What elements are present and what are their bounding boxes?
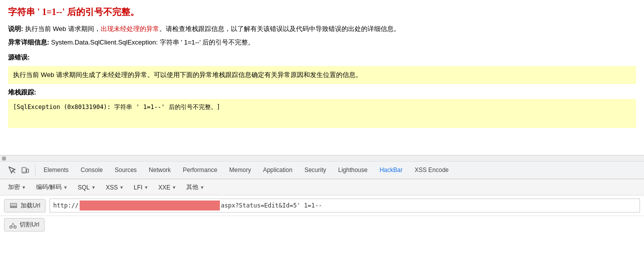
svg-rect-6	[12, 207, 13, 208]
tab-console[interactable]: Console	[75, 161, 109, 179]
stack-trace-label: 堆栈跟踪:	[8, 88, 636, 97]
devtools-tabs: Elements Console Sources Network Perform…	[38, 161, 642, 179]
hackbar-url-row: 加载Url http:// aspx?Status=Edit&Id=5' 1=1…	[0, 196, 644, 216]
error-page-content: 字符串 ' 1=1--' 后的引号不完整。 说明: 执行当前 Web 请求期间，…	[0, 0, 644, 155]
menu-lfi[interactable]: LFI ▼	[130, 182, 152, 193]
other-arrow: ▼	[200, 185, 204, 190]
menu-encode-decode[interactable]: 编码/解码 ▼	[32, 181, 72, 194]
tab-performance[interactable]: Performance	[177, 161, 223, 179]
xss-arrow: ▼	[119, 185, 124, 190]
menu-xxe[interactable]: XXE ▼	[154, 182, 180, 193]
horizontal-scrollbar[interactable]	[0, 155, 644, 161]
desc-red1: 出现未经处理的异常	[101, 25, 159, 32]
cut-url-icon	[10, 222, 17, 228]
devtools-toolbar: Elements Console Sources Network Perform…	[0, 161, 644, 179]
svg-rect-2	[27, 169, 29, 172]
lfi-arrow: ▼	[144, 185, 148, 190]
desc-text2: System.Data.SqlClient.SqlException: 字符串 …	[51, 38, 254, 46]
load-url-label: 加载Url	[21, 202, 40, 210]
encode-arrow: ▼	[63, 185, 68, 190]
hackbar-menubar: 加密 ▼ 编码/解码 ▼ SQL ▼ XSS ▼ LFI ▼ XXE ▼ 其他 …	[0, 180, 644, 196]
source-error-text: 执行当前 Web 请求期间生成了未经处理的异常。可以使用下面的异常堆栈跟踪信息确…	[13, 71, 362, 78]
url-text-suffix: aspx?Status=Edit&Id=5' 1=1--	[221, 202, 322, 209]
desc-label2: 异常详细信息:	[8, 38, 49, 46]
tab-application[interactable]: Application	[257, 161, 298, 179]
url-text-prefix: http://	[53, 202, 79, 209]
url-highlight-block	[80, 200, 220, 210]
description-line1: 说明: 执行当前 Web 请求期间，出现未经处理的异常。请检查堆栈跟踪信息，以了…	[8, 24, 636, 34]
sql-arrow: ▼	[91, 185, 96, 190]
cut-url-button[interactable]: 切割Url	[4, 218, 45, 232]
source-error-box: 执行当前 Web 请求期间生成了未经处理的异常。可以使用下面的异常堆栈跟踪信息确…	[8, 66, 636, 84]
xxe-arrow: ▼	[172, 185, 176, 190]
tab-xss-encode[interactable]: XSS Encode	[409, 161, 455, 179]
desc-text1: 执行当前 Web 请求期间，	[25, 25, 101, 32]
desc-label1: 说明:	[8, 25, 23, 32]
load-url-icon	[10, 202, 18, 209]
menu-xss[interactable]: XSS ▼	[102, 182, 128, 193]
description-line2: 异常详细信息: System.Data.SqlClient.SqlExcepti…	[8, 38, 636, 48]
tab-network[interactable]: Network	[143, 161, 177, 179]
inspect-icon[interactable]	[6, 164, 18, 176]
device-toolbar-icon[interactable]	[19, 164, 31, 176]
tab-elements[interactable]: Elements	[38, 161, 75, 179]
url-input-container: http:// aspx?Status=Edit&Id=5' 1=1--	[50, 198, 640, 212]
error-title: 字符串 ' 1=1--' 后的引号不完整。	[8, 6, 636, 18]
devtools-action-icons	[2, 164, 36, 176]
cut-url-label: 切割Url	[20, 220, 39, 229]
tab-memory[interactable]: Memory	[223, 161, 257, 179]
desc-rest1: 。请检查堆栈跟踪信息，以了解有关该错误以及代码中导致错误的出处的详细信息。	[159, 25, 400, 32]
stack-exception-text: [SqlException (0x80131904): 字符串 ' 1=1--'…	[13, 103, 631, 112]
menu-sql[interactable]: SQL ▼	[74, 182, 100, 193]
encrypt-arrow: ▼	[22, 185, 26, 190]
tab-sources[interactable]: Sources	[109, 161, 143, 179]
load-url-button[interactable]: 加载Url	[4, 199, 46, 212]
tab-hackbar[interactable]: HackBar	[374, 161, 409, 179]
svg-rect-7	[14, 207, 16, 208]
menu-encrypt[interactable]: 加密 ▼	[4, 181, 30, 194]
tab-lighthouse[interactable]: Lighthouse	[332, 161, 374, 179]
svg-rect-5	[11, 204, 17, 206]
tab-security[interactable]: Security	[298, 161, 332, 179]
hackbar-panel: 加密 ▼ 编码/解码 ▼ SQL ▼ XSS ▼ LFI ▼ XXE ▼ 其他 …	[0, 179, 644, 234]
menu-other[interactable]: 其他 ▼	[182, 181, 208, 194]
hackbar-cut-row: 切割Url	[0, 216, 644, 234]
stack-trace-box: [SqlException (0x80131904): 字符串 ' 1=1--'…	[8, 99, 636, 128]
svg-line-0	[13, 170, 15, 173]
source-error-label: 源错误:	[8, 53, 636, 62]
